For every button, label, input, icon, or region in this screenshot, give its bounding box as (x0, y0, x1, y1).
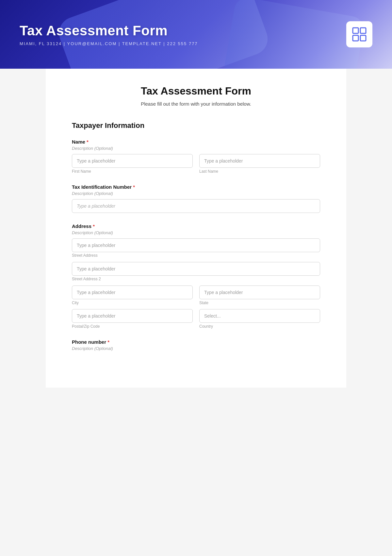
phone-description: Description (Optional) (72, 346, 320, 351)
header-subtitle: MIAMI, FL 33124 | YOUR@EMAIL.COM | TEMPL… (20, 41, 198, 46)
address-field-group: Address * Description (Optional) Street … (72, 223, 320, 329)
postal-country-row: Postal/Zip Code Select... Country (72, 309, 320, 329)
form-subtitle: Please fill out the form with your infor… (72, 101, 320, 107)
postal-col: Postal/Zip Code (72, 309, 193, 329)
street1-sublabel: Street Address (72, 253, 98, 258)
state-input[interactable] (199, 286, 320, 299)
tax-id-required-marker: * (133, 184, 135, 190)
city-col: City (72, 286, 193, 305)
postal-sublabel: Postal/Zip Code (72, 324, 193, 329)
street1-input[interactable] (72, 238, 320, 252)
first-name-input[interactable] (72, 154, 193, 168)
svg-rect-0 (353, 28, 358, 33)
state-col: State (199, 286, 320, 305)
header-title: Tax Assessment Form (20, 23, 198, 39)
template-net-icon (351, 26, 367, 42)
last-name-sublabel: Last Name (199, 169, 320, 174)
phone-label: Phone number * (72, 339, 320, 345)
first-name-col: First Name (72, 154, 193, 174)
city-input[interactable] (72, 286, 193, 299)
address-label: Address * (72, 223, 320, 229)
form-title: Tax Assessment Form (72, 85, 320, 97)
header-logo (346, 21, 372, 47)
name-description: Description (Optional) (72, 146, 320, 151)
header-text-block: Tax Assessment Form MIAMI, FL 33124 | YO… (20, 23, 198, 46)
phone-required-marker: * (107, 339, 109, 345)
name-inputs-row: First Name Last Name (72, 154, 320, 174)
state-sublabel: State (199, 301, 320, 305)
page-header: Tax Assessment Form MIAMI, FL 33124 | YO… (0, 0, 392, 69)
street2-row: Street Address 2 (72, 262, 320, 282)
main-content: Tax Assessment Form Please fill out the … (46, 69, 346, 388)
country-col: Select... Country (199, 309, 320, 329)
country-select[interactable]: Select... (199, 309, 320, 323)
name-field-group: Name * Description (Optional) First Name… (72, 139, 320, 174)
name-label: Name * (72, 139, 320, 145)
name-required-marker: * (87, 139, 89, 145)
street2-sublabel: Street Address 2 (72, 277, 101, 281)
country-sublabel: Country (199, 324, 320, 329)
svg-rect-1 (360, 28, 366, 33)
address-required-marker: * (93, 223, 95, 229)
phone-field-group: Phone number * Description (Optional) (72, 339, 320, 351)
street2-input[interactable] (72, 262, 320, 276)
city-state-row: City State (72, 286, 320, 305)
city-sublabel: City (72, 301, 193, 305)
tax-id-field-group: Tax Identification Number * Description … (72, 184, 320, 213)
tax-id-input[interactable] (72, 199, 320, 213)
section-taxpayer-heading: Taxpayer Information (72, 121, 320, 130)
svg-rect-3 (360, 35, 366, 41)
postal-input[interactable] (72, 309, 193, 323)
address-description: Description (Optional) (72, 230, 320, 235)
last-name-col: Last Name (199, 154, 320, 174)
svg-rect-2 (353, 35, 358, 41)
tax-id-description: Description (Optional) (72, 191, 320, 196)
tax-id-label: Tax Identification Number * (72, 184, 320, 190)
street1-row: Street Address (72, 238, 320, 258)
last-name-input[interactable] (199, 154, 320, 168)
first-name-sublabel: First Name (72, 169, 193, 174)
